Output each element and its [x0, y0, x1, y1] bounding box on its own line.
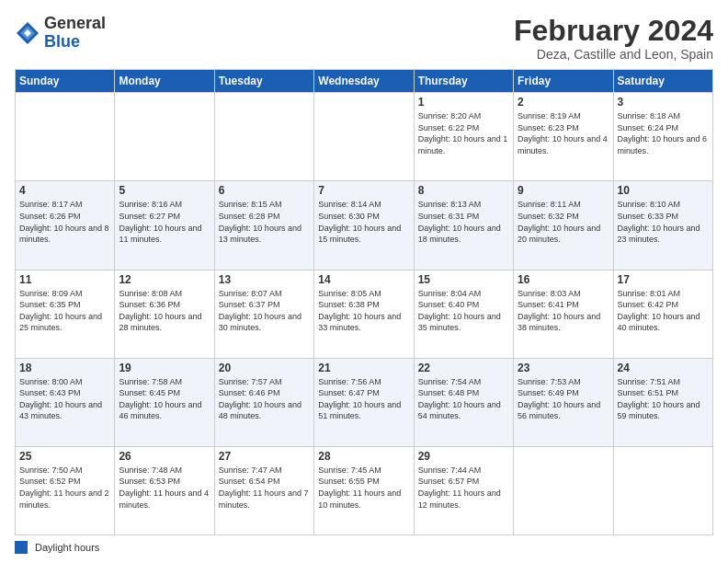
day-info: Sunrise: 8:11 AM Sunset: 6:32 PM Dayligh… — [518, 199, 609, 245]
header-day-thursday: Thursday — [414, 70, 513, 93]
day-number: 6 — [219, 184, 310, 197]
calendar-cell: 19Sunrise: 7:58 AM Sunset: 6:45 PM Dayli… — [115, 358, 214, 446]
calendar-cell: 16Sunrise: 8:03 AM Sunset: 6:41 PM Dayli… — [514, 270, 613, 358]
day-number: 16 — [518, 273, 609, 286]
subtitle: Deza, Castille and Leon, Spain — [514, 47, 713, 62]
day-info: Sunrise: 8:14 AM Sunset: 6:30 PM Dayligh… — [318, 199, 409, 245]
day-info: Sunrise: 8:08 AM Sunset: 6:36 PM Dayligh… — [119, 288, 210, 334]
day-info: Sunrise: 8:01 AM Sunset: 6:42 PM Dayligh… — [618, 288, 709, 334]
week-row-3: 11Sunrise: 8:09 AM Sunset: 6:35 PM Dayli… — [16, 270, 713, 358]
day-number: 13 — [219, 273, 310, 286]
day-number: 1 — [418, 96, 509, 109]
day-number: 23 — [518, 362, 609, 374]
day-info: Sunrise: 8:07 AM Sunset: 6:37 PM Dayligh… — [219, 288, 310, 334]
calendar-cell: 29Sunrise: 7:44 AM Sunset: 6:57 PM Dayli… — [414, 446, 513, 534]
day-number: 2 — [518, 96, 609, 109]
calendar-cell: 17Sunrise: 8:01 AM Sunset: 6:42 PM Dayli… — [613, 270, 712, 358]
calendar-cell: 8Sunrise: 8:13 AM Sunset: 6:31 PM Daylig… — [414, 181, 513, 270]
week-row-4: 18Sunrise: 8:00 AM Sunset: 6:43 PM Dayli… — [16, 358, 713, 446]
calendar-cell: 5Sunrise: 8:16 AM Sunset: 6:27 PM Daylig… — [115, 181, 214, 270]
week-row-1: 1Sunrise: 8:20 AM Sunset: 6:22 PM Daylig… — [16, 93, 713, 181]
day-number: 7 — [318, 184, 409, 197]
page: General Blue February 2024 Deza, Castill… — [0, 0, 728, 563]
day-info: Sunrise: 7:48 AM Sunset: 6:53 PM Dayligh… — [119, 465, 210, 511]
header: General Blue February 2024 Deza, Castill… — [15, 15, 713, 62]
header-day-wednesday: Wednesday — [314, 70, 414, 93]
day-number: 4 — [19, 184, 110, 197]
day-info: Sunrise: 8:20 AM Sunset: 6:22 PM Dayligh… — [418, 110, 509, 156]
calendar-cell: 23Sunrise: 7:53 AM Sunset: 6:49 PM Dayli… — [514, 358, 613, 446]
day-info: Sunrise: 7:56 AM Sunset: 6:47 PM Dayligh… — [318, 376, 409, 422]
calendar-cell: 28Sunrise: 7:45 AM Sunset: 6:55 PM Dayli… — [314, 446, 414, 534]
calendar-table: SundayMondayTuesdayWednesdayThursdayFrid… — [15, 69, 713, 535]
main-title: February 2024 — [514, 15, 713, 47]
day-info: Sunrise: 8:19 AM Sunset: 6:23 PM Dayligh… — [518, 110, 609, 156]
calendar-cell: 18Sunrise: 8:00 AM Sunset: 6:43 PM Dayli… — [16, 358, 115, 446]
day-info: Sunrise: 8:04 AM Sunset: 6:40 PM Dayligh… — [418, 288, 509, 334]
day-number: 24 — [618, 362, 709, 374]
day-info: Sunrise: 8:09 AM Sunset: 6:35 PM Dayligh… — [19, 288, 110, 334]
header-day-monday: Monday — [115, 70, 214, 93]
day-number: 17 — [618, 273, 709, 286]
day-number: 22 — [418, 362, 509, 374]
day-number: 15 — [418, 273, 509, 286]
day-info: Sunrise: 7:54 AM Sunset: 6:48 PM Dayligh… — [418, 376, 509, 422]
day-number: 12 — [119, 273, 210, 286]
day-info: Sunrise: 7:57 AM Sunset: 6:46 PM Dayligh… — [219, 376, 310, 422]
calendar-cell — [314, 93, 414, 181]
calendar-cell: 21Sunrise: 7:56 AM Sunset: 6:47 PM Dayli… — [314, 358, 414, 446]
calendar-cell: 3Sunrise: 8:18 AM Sunset: 6:24 PM Daylig… — [613, 93, 712, 181]
day-info: Sunrise: 8:13 AM Sunset: 6:31 PM Dayligh… — [418, 199, 509, 245]
calendar-cell: 1Sunrise: 8:20 AM Sunset: 6:22 PM Daylig… — [414, 93, 513, 181]
calendar-cell — [16, 93, 115, 181]
day-info: Sunrise: 8:16 AM Sunset: 6:27 PM Dayligh… — [119, 199, 210, 245]
day-number: 27 — [219, 450, 310, 463]
calendar-cell: 10Sunrise: 8:10 AM Sunset: 6:33 PM Dayli… — [613, 181, 712, 270]
calendar-cell: 9Sunrise: 8:11 AM Sunset: 6:32 PM Daylig… — [514, 181, 613, 270]
calendar-cell: 14Sunrise: 8:05 AM Sunset: 6:38 PM Dayli… — [314, 270, 414, 358]
calendar-cell: 4Sunrise: 8:17 AM Sunset: 6:26 PM Daylig… — [16, 181, 115, 270]
calendar-cell: 27Sunrise: 7:47 AM Sunset: 6:54 PM Dayli… — [214, 446, 313, 534]
calendar-cell: 20Sunrise: 7:57 AM Sunset: 6:46 PM Dayli… — [214, 358, 313, 446]
day-info: Sunrise: 8:00 AM Sunset: 6:43 PM Dayligh… — [19, 376, 110, 422]
week-row-2: 4Sunrise: 8:17 AM Sunset: 6:26 PM Daylig… — [16, 181, 713, 270]
day-info: Sunrise: 8:05 AM Sunset: 6:38 PM Dayligh… — [318, 288, 409, 334]
day-info: Sunrise: 8:10 AM Sunset: 6:33 PM Dayligh… — [618, 199, 709, 245]
calendar-cell: 13Sunrise: 8:07 AM Sunset: 6:37 PM Dayli… — [214, 270, 313, 358]
day-number: 29 — [418, 450, 509, 463]
day-number: 26 — [119, 450, 210, 463]
day-number: 25 — [19, 450, 110, 463]
header-day-tuesday: Tuesday — [214, 70, 313, 93]
calendar-cell: 25Sunrise: 7:50 AM Sunset: 6:52 PM Dayli… — [16, 446, 115, 534]
week-row-5: 25Sunrise: 7:50 AM Sunset: 6:52 PM Dayli… — [16, 446, 713, 534]
title-area: February 2024 Deza, Castille and Leon, S… — [514, 15, 713, 62]
calendar-cell: 22Sunrise: 7:54 AM Sunset: 6:48 PM Dayli… — [414, 358, 513, 446]
calendar-cell: 6Sunrise: 8:15 AM Sunset: 6:28 PM Daylig… — [214, 181, 313, 270]
logo-blue: Blue — [44, 33, 106, 52]
legend-color-box — [15, 541, 28, 554]
day-number: 9 — [518, 184, 609, 197]
day-info: Sunrise: 7:50 AM Sunset: 6:52 PM Dayligh… — [19, 465, 110, 511]
day-number: 3 — [618, 96, 709, 109]
calendar-cell: 11Sunrise: 8:09 AM Sunset: 6:35 PM Dayli… — [16, 270, 115, 358]
day-info: Sunrise: 8:03 AM Sunset: 6:41 PM Dayligh… — [518, 288, 609, 334]
day-info: Sunrise: 7:51 AM Sunset: 6:51 PM Dayligh… — [618, 376, 709, 422]
calendar-cell: 15Sunrise: 8:04 AM Sunset: 6:40 PM Dayli… — [414, 270, 513, 358]
calendar-cell: 24Sunrise: 7:51 AM Sunset: 6:51 PM Dayli… — [613, 358, 712, 446]
calendar-cell: 12Sunrise: 8:08 AM Sunset: 6:36 PM Dayli… — [115, 270, 214, 358]
calendar-cell: 26Sunrise: 7:48 AM Sunset: 6:53 PM Dayli… — [115, 446, 214, 534]
calendar-cell: 2Sunrise: 8:19 AM Sunset: 6:23 PM Daylig… — [514, 93, 613, 181]
header-day-saturday: Saturday — [613, 70, 712, 93]
day-info: Sunrise: 7:58 AM Sunset: 6:45 PM Dayligh… — [119, 376, 210, 422]
day-info: Sunrise: 7:44 AM Sunset: 6:57 PM Dayligh… — [418, 465, 509, 511]
calendar-cell — [514, 446, 613, 534]
day-info: Sunrise: 7:47 AM Sunset: 6:54 PM Dayligh… — [219, 465, 310, 511]
day-info: Sunrise: 8:17 AM Sunset: 6:26 PM Dayligh… — [19, 199, 110, 245]
day-number: 20 — [219, 362, 310, 374]
footer: Daylight hours — [15, 541, 713, 554]
header-day-friday: Friday — [514, 70, 613, 93]
day-number: 5 — [119, 184, 210, 197]
day-info: Sunrise: 7:53 AM Sunset: 6:49 PM Dayligh… — [518, 376, 609, 422]
day-number: 10 — [618, 184, 709, 197]
logo-general: General — [44, 15, 106, 33]
